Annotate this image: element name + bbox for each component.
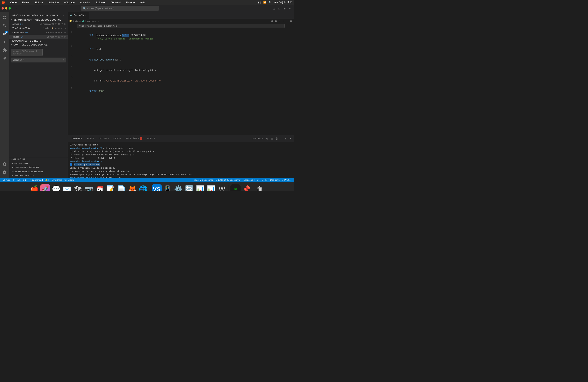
breadcrumb-ellipsis[interactable]: …	[97, 20, 99, 22]
menu-atteindre[interactable]: Atteindre	[79, 0, 91, 4]
split-button[interactable]: ⊟	[290, 20, 293, 22]
more-action[interactable]: ⊕	[63, 31, 66, 34]
tab-sortie[interactable]: SORTIE	[145, 135, 157, 142]
stash-action[interactable]: ⊞	[58, 31, 60, 34]
tab-dockerfile[interactable]: 🐳 Dockerfile ✕	[68, 12, 89, 19]
next-change-button[interactable]: ↓	[282, 20, 284, 22]
section-depots[interactable]: ▼ DÉPÔTS DE CONTRÔLE DE CODE SOURCE	[9, 18, 68, 22]
activity-settings[interactable]	[1, 169, 9, 176]
terminal-more-button[interactable]: ···	[279, 137, 283, 140]
more-action[interactable]: ⊕	[63, 35, 66, 38]
workspace-search[interactable]: 🔍 airmes (Espace de travail)	[81, 6, 159, 11]
menu-terminal[interactable]: Terminal	[110, 0, 122, 4]
dock-terminal[interactable]: ⌨	[231, 184, 241, 191]
tab-ports[interactable]: PORTS	[85, 135, 97, 142]
dock-trash[interactable]: 🗑	[255, 184, 265, 191]
apple-menu-icon[interactable]: 🍎	[1, 0, 5, 4]
split-editor-button[interactable]: ⊞	[282, 6, 287, 11]
traffic-light-maximize[interactable]	[9, 7, 11, 10]
tab-gitliens[interactable]: GITLIENS	[97, 135, 111, 142]
settings-button[interactable]: ⚙	[288, 6, 293, 11]
commit-message-input[interactable]	[11, 49, 42, 56]
terminal-kill-button[interactable]: 🗑	[274, 137, 278, 140]
list-item[interactable]: serveurtools Git ⎇ master ⟳ ⊞ ↶ ⊕	[9, 30, 68, 35]
layout-button[interactable]: ⊡	[277, 6, 282, 11]
dock-stickies[interactable]: 📌	[241, 184, 252, 191]
menu-fichier[interactable]: Fichier	[21, 0, 31, 4]
status-prettier[interactable]: ✓ Prettier	[281, 178, 293, 182]
discard-action[interactable]: ↶	[61, 31, 63, 34]
validation-button[interactable]: Validation ✓ ▾	[11, 58, 66, 63]
activity-accounts[interactable]	[1, 160, 9, 168]
dock-photos[interactable]: 📷	[84, 184, 94, 191]
dock-messages[interactable]: 💬	[51, 184, 61, 191]
tab-terminal[interactable]: TERMINAL	[69, 135, 85, 142]
section-structure[interactable]: › STRUCTURE	[9, 157, 68, 161]
traffic-light-close[interactable]	[1, 7, 4, 10]
activity-explorer[interactable]	[1, 14, 9, 21]
menu-edition[interactable]: Edition	[34, 0, 44, 4]
activity-remote[interactable]	[1, 54, 9, 62]
status-position[interactable]: Li 1, Col 30 (5 sélectionné)	[214, 178, 242, 182]
status-sync[interactable]: ⟳	[12, 178, 16, 182]
dock-simulator[interactable]: 📱	[163, 184, 173, 191]
menu-fenetre[interactable]: Fenêtre	[125, 0, 136, 4]
section-explorateur[interactable]: › EXPLORATEUR DE TESTS	[9, 39, 68, 43]
menu-aide[interactable]: Aide	[139, 0, 147, 4]
terminal-close-button[interactable]: ✕	[289, 137, 293, 140]
dock-finder[interactable]: 🍎	[29, 184, 40, 191]
nav-back-button[interactable]: ‹	[14, 6, 19, 11]
status-warnings[interactable]: ⚠ 5	[16, 178, 22, 182]
tab-problemes[interactable]: PROBLÈMES 7	[123, 135, 145, 142]
breadcrumb-devbox[interactable]: devbox	[73, 20, 80, 22]
traffic-light-minimize[interactable]	[5, 7, 7, 10]
dock-numbers[interactable]: 📊	[195, 184, 205, 191]
more-actions-button[interactable]: ···	[285, 20, 288, 22]
sync-action[interactable]: ⟳	[55, 22, 57, 25]
more-action[interactable]: ⊕	[63, 22, 66, 25]
menu-affichage[interactable]: Affichage	[63, 0, 76, 4]
list-item[interactable]: devbox Git ⎇ main ⟳ ⊞ ↶ ⊕	[9, 35, 68, 39]
sidebar-toggle-button[interactable]: ◫	[272, 6, 276, 11]
discard-action[interactable]: ↶	[61, 35, 63, 38]
menu-code[interactable]: Code	[9, 0, 18, 4]
terminal-add-button[interactable]: ⊕	[265, 137, 269, 140]
terminal-split-button[interactable]: ⊟	[270, 137, 274, 140]
status-blame[interactable]: You, il y a 1 seconde	[192, 178, 214, 182]
section-console[interactable]: › CONSOLE DE DÉBOGAGE	[9, 166, 68, 170]
nav-forward-button[interactable]: ›	[20, 6, 24, 11]
list-item[interactable]: TestContenuCDA-... ⎇ main +14 ↓ ⟳ ⊞ ↶ ⊕	[9, 26, 68, 30]
breadcrumb-dockerfile[interactable]: Dockerfile	[85, 20, 94, 22]
section-editeurs[interactable]: › ÉDITEURS OUVERTS	[9, 174, 68, 178]
status-git-graph[interactable]: Git Graph	[63, 178, 75, 182]
activity-source-control[interactable]: 1	[1, 30, 9, 38]
dock-settings[interactable]: ⚙️	[173, 184, 184, 191]
section-controle[interactable]: ▼ CONTRÔLE DE CODE SOURCE	[9, 43, 68, 47]
status-spaces[interactable]: Espaces : 4	[242, 178, 256, 182]
status-eol[interactable]: LF	[264, 178, 269, 182]
dock-vscode[interactable]: VS	[152, 184, 162, 191]
stash-action[interactable]: ⊞	[58, 27, 60, 30]
status-branch[interactable]: ⎇ main	[1, 178, 12, 182]
stash-action[interactable]: ⊞	[58, 35, 60, 38]
activity-extensions[interactable]	[1, 46, 9, 54]
dock-mail[interactable]: ✉️	[62, 184, 72, 191]
activity-search[interactable]	[1, 22, 9, 30]
terminal-maximize-button[interactable]: ∧	[284, 137, 288, 140]
dock-maps[interactable]: 🗺	[73, 184, 83, 191]
dock-chrome[interactable]: 🌐	[138, 184, 148, 191]
dock-launchpad[interactable]: 🚀	[40, 184, 50, 191]
dock-word[interactable]: W	[217, 184, 227, 191]
status-gitgraph[interactable]: 🔔 1	[44, 178, 51, 182]
section-scripts-npm[interactable]: › SCRIPTS NPM: SCRIPTS NPM	[9, 170, 68, 174]
toggle-inline-button[interactable]: ⊞	[274, 20, 277, 22]
status-live-share-btn[interactable]: Live Share	[51, 178, 63, 182]
tab-devdb[interactable]: DEVDB	[111, 135, 123, 142]
code-editor[interactable]: 1 FROM devboxsante/airmes:5.5.3-20240614…	[68, 29, 294, 135]
validation-dropdown-icon[interactable]: ▾	[63, 59, 64, 61]
menubar-search-icon[interactable]: 🔍	[269, 1, 272, 4]
sidebar-more-actions[interactable]: ···	[61, 14, 64, 17]
terminal-content[interactable]: Everything up-to-date arnaudguy@zaazd de…	[68, 142, 294, 178]
tab-close-button[interactable]: ✕	[85, 14, 87, 17]
status-errors[interactable]: ✗ 2	[22, 178, 28, 182]
